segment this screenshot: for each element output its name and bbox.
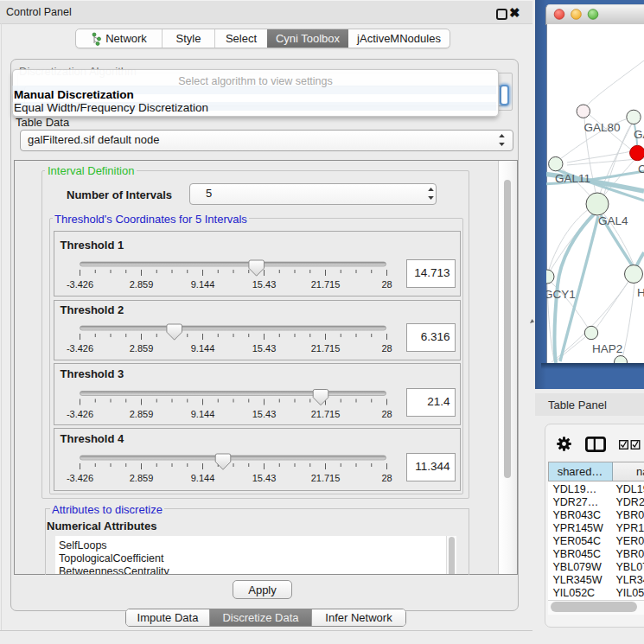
svg-text:28: 28 [381, 473, 392, 483]
svg-text:GAL4: GAL4 [598, 214, 628, 227]
svg-text:9.144: 9.144 [190, 408, 214, 418]
svg-text:9.144: 9.144 [190, 279, 214, 290]
svg-text:28: 28 [381, 343, 392, 354]
svg-text:GCY1: GCY1 [546, 288, 576, 301]
svg-text:H: H [637, 286, 644, 299]
svg-text:21.715: 21.715 [310, 408, 340, 418]
svg-text:-3.426: -3.426 [66, 343, 92, 354]
svg-text:28: 28 [381, 279, 392, 290]
svg-text:2.859: 2.859 [129, 343, 153, 354]
svg-text:21.715: 21.715 [310, 279, 340, 290]
svg-text:C: C [638, 163, 644, 175]
svg-text:GAL11: GAL11 [555, 172, 590, 185]
svg-text:2.859: 2.859 [129, 279, 153, 290]
svg-text:GAL80: GAL80 [584, 121, 621, 134]
svg-text:-3.426: -3.426 [66, 279, 92, 290]
svg-text:21.715: 21.715 [310, 343, 340, 354]
svg-text:2.859: 2.859 [129, 473, 153, 483]
svg-text:9.144: 9.144 [190, 343, 214, 354]
svg-text:15.43: 15.43 [252, 473, 276, 483]
svg-text:21.715: 21.715 [310, 473, 340, 483]
svg-text:GA: GA [634, 128, 644, 141]
svg-text:-3.426: -3.426 [66, 408, 92, 418]
svg-text:15.43: 15.43 [252, 343, 276, 354]
svg-text:9.144: 9.144 [190, 473, 214, 483]
svg-text:15.43: 15.43 [252, 279, 276, 290]
svg-text:28: 28 [381, 408, 392, 418]
svg-text:15.43: 15.43 [252, 408, 276, 418]
svg-text:2.859: 2.859 [129, 408, 153, 418]
svg-text:-3.426: -3.426 [66, 473, 92, 483]
svg-text:HAP2: HAP2 [592, 342, 622, 355]
